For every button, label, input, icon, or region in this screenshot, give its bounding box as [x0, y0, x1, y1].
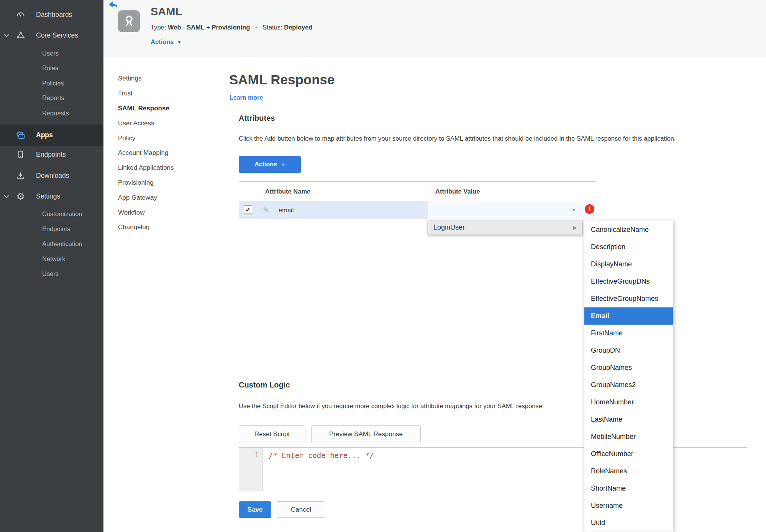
- editor-line-gutter: 1: [239, 448, 263, 491]
- subnav-item-saml-response[interactable]: SAML Response: [118, 101, 206, 116]
- submenu-item-firstname[interactable]: FirstName: [584, 325, 673, 342]
- sidebar-item-dashboards[interactable]: Dashboards: [0, 6, 103, 23]
- app-meta-line: Type: Web - SAML + Provisioning • Status…: [151, 24, 313, 31]
- core-services-icon: [13, 31, 28, 40]
- line-number: 1: [255, 451, 259, 459]
- sidebar-item-roles[interactable]: Roles: [0, 59, 103, 76]
- menu-item-label: LoginUser: [433, 223, 465, 232]
- sidebar-item-label: Settings: [36, 192, 60, 200]
- sidebar-item-core-services[interactable]: Core Services: [0, 27, 103, 44]
- attribute-submenu: CanonicalizeName Description DisplayName…: [584, 220, 673, 532]
- table-row[interactable]: ▼ ✓ ✎ email: [239, 201, 596, 219]
- table-header-row: Attribute Name Attribute Value: [239, 182, 596, 201]
- bullet-separator: •: [255, 24, 258, 31]
- subnav-item-app-gateway[interactable]: App Gateway: [118, 190, 206, 205]
- submenu-item-groupdn[interactable]: GroupDN: [584, 342, 673, 359]
- subnav-item-changelog[interactable]: Changelog: [118, 220, 206, 235]
- chevron-down-icon: [0, 34, 13, 37]
- attribute-name-cell: email: [279, 201, 294, 219]
- sidebar-item-label: Dashboards: [36, 11, 72, 19]
- submenu-arrow-icon: ▶: [573, 225, 577, 230]
- submenu-item-homenumber[interactable]: HomeNumber: [584, 394, 673, 411]
- sidebar-item-endpoints[interactable]: Endpoints: [0, 146, 103, 163]
- learn-more-link[interactable]: Learn more: [230, 94, 263, 101]
- download-icon: [13, 171, 28, 180]
- sidebar-subitem-label: Roles: [42, 64, 58, 72]
- saml-app-icon: [118, 10, 140, 32]
- app-header: SAML Type: Web - SAML + Provisioning • S…: [103, 0, 766, 57]
- submenu-item-mobilenumber[interactable]: MobileNumber: [584, 428, 673, 445]
- reset-script-label: Reset Script: [254, 430, 290, 438]
- sidebar-subitem-label: Users: [42, 50, 59, 57]
- sidebar-item-apps[interactable]: Apps: [0, 125, 103, 146]
- submenu-item-lastname[interactable]: LastName: [584, 411, 673, 428]
- subnav-item-provisioning[interactable]: Provisioning: [118, 176, 206, 190]
- subnav-item-workflow[interactable]: Workflow: [118, 205, 206, 220]
- caret-down-icon: ▼: [177, 40, 182, 44]
- submenu-item-officenumber[interactable]: OfficeNumber: [584, 445, 673, 463]
- sidebar-subitem-label: Network: [42, 255, 66, 263]
- sidebar-item-label: Downloads: [36, 172, 69, 180]
- save-button[interactable]: Save: [239, 501, 271, 518]
- column-divider: [428, 182, 428, 201]
- caret-down-icon: ▼: [281, 163, 285, 167]
- submenu-item-shortname[interactable]: ShortName: [584, 480, 673, 497]
- sidebar-subitem-label: Requests: [42, 110, 69, 117]
- back-arrow-icon[interactable]: [108, 1, 118, 10]
- sidebar-item-network[interactable]: Network: [0, 250, 103, 267]
- column-header-attribute-name: Attribute Name: [265, 182, 310, 201]
- subnav-item-trust[interactable]: Trust: [118, 86, 206, 101]
- sidebar-item-settings-endpoints[interactable]: Endpoints: [0, 220, 103, 237]
- subnav-item-user-access[interactable]: User Access: [118, 116, 206, 131]
- subnav-item-settings[interactable]: Settings: [118, 71, 206, 86]
- preview-saml-label: Preview SAML Response: [329, 430, 403, 438]
- sidebar-item-authentication[interactable]: Authentication: [0, 235, 103, 252]
- submenu-item-effectivegroupnames[interactable]: EffectiveGroupNames: [584, 290, 673, 307]
- submenu-item-effectivegroupdns[interactable]: EffectiveGroupDNs: [584, 273, 673, 290]
- submenu-item-uuid[interactable]: Uuid: [584, 514, 673, 532]
- sidebar-item-settings-users[interactable]: Users: [0, 265, 103, 282]
- sidebar-item-settings[interactable]: ⚙ Settings: [0, 188, 103, 205]
- app-subnav: Settings Trust SAML Response User Access…: [118, 71, 206, 235]
- main-sidebar: Dashboards Core Services Users Roles Pol…: [0, 0, 103, 532]
- cancel-button[interactable]: Cancel: [277, 501, 325, 518]
- cancel-label: Cancel: [291, 506, 311, 514]
- gauge-icon: [13, 10, 28, 19]
- subnav-item-account-mapping[interactable]: Account Mapping: [118, 146, 206, 161]
- row-checkbox[interactable]: ✓: [244, 205, 252, 214]
- sidebar-subitem-label: Customization: [42, 210, 82, 218]
- page-app-title: SAML: [151, 5, 182, 18]
- sidebar-item-downloads[interactable]: Downloads: [0, 167, 103, 184]
- preview-saml-response-button[interactable]: Preview SAML Response: [311, 425, 421, 443]
- sidebar-item-requests[interactable]: Requests: [0, 105, 103, 122]
- submenu-item-rolenames[interactable]: RoleNames: [584, 463, 673, 480]
- subnav-divider: [211, 75, 211, 488]
- attributes-heading: Attributes: [239, 114, 275, 123]
- attributes-description: Click the Add button below to map attrib…: [239, 135, 676, 142]
- attribute-value-dropdown[interactable]: ▼: [428, 201, 596, 219]
- menu-item-loginuser[interactable]: LoginUser ▶: [428, 220, 582, 235]
- sidebar-item-reports[interactable]: Reports: [0, 89, 103, 106]
- pencil-icon[interactable]: ✎: [263, 205, 269, 214]
- apps-icon: [13, 130, 28, 140]
- submenu-item-displayname[interactable]: DisplayName: [584, 256, 673, 273]
- submenu-item-description[interactable]: Description: [584, 238, 673, 256]
- attributes-actions-button[interactable]: Actions ▼: [239, 156, 301, 173]
- check-icon: ✓: [245, 207, 251, 213]
- type-value: Web - SAML + Provisioning: [168, 24, 250, 31]
- submenu-item-canonicalizename[interactable]: CanonicalizeName: [584, 221, 673, 238]
- app-window: Dashboards Core Services Users Roles Pol…: [0, 0, 766, 532]
- subnav-item-linked-applications[interactable]: Linked Applications: [118, 161, 206, 176]
- header-actions-menu[interactable]: Actions ▼: [151, 38, 181, 46]
- sidebar-subitem-label: Endpoints: [42, 225, 70, 233]
- custom-logic-description: Use the Script Editor below if you requi…: [239, 402, 544, 410]
- submenu-item-email[interactable]: Email: [584, 307, 673, 325]
- subnav-item-policy[interactable]: Policy: [118, 131, 206, 146]
- sidebar-item-customization[interactable]: Customization: [0, 205, 103, 222]
- submenu-item-groupnames[interactable]: GroupNames: [584, 359, 673, 376]
- caret-down-icon: ▼: [572, 208, 576, 212]
- reset-script-button[interactable]: Reset Script: [239, 425, 305, 443]
- editor-code-area[interactable]: /* Enter code here... */: [269, 451, 374, 460]
- submenu-item-groupnames2[interactable]: GroupNames2: [584, 376, 673, 394]
- submenu-item-username[interactable]: Username: [584, 497, 673, 514]
